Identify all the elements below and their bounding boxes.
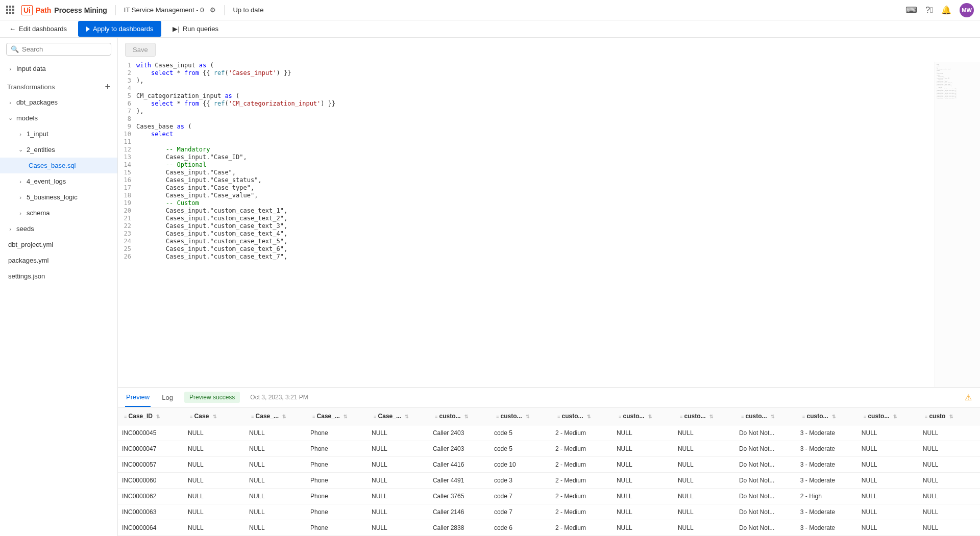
tree-cases-base-sql[interactable]: Cases_base.sql [0,158,117,173]
play-icon [86,27,90,32]
column-header[interactable]: ≡ Case_... ⇅ [245,407,306,425]
chevron-right-icon: › [18,194,22,200]
tree-dbt-project-yml[interactable]: dbt_project.yml [0,237,117,252]
table-cell: NULL [919,520,980,536]
product-name: Process Mining [54,6,107,14]
table-cell: Caller 2146 [429,504,490,520]
table-cell: NULL [368,441,429,457]
table-cell: INC0000045 [118,425,184,441]
table-row[interactable]: INC0000045NULLNULLPhoneNULLCaller 2403co… [118,425,980,441]
tab-log[interactable]: Log [161,389,174,406]
column-header[interactable]: ≡ custo... ⇅ [490,407,551,425]
table-cell: NULL [674,473,735,489]
tree-packages-yml[interactable]: packages.yml [0,252,117,268]
table-cell: 3 - Moderate [796,473,857,489]
logo: Ui Path Process Mining [21,5,107,15]
tree-models[interactable]: ⌄models [0,110,117,126]
column-header[interactable]: ≡ custo... ⇅ [735,407,796,425]
sidebar-item-input-data[interactable]: ›Input data [0,61,117,76]
table-cell: Caller 2403 [429,441,490,457]
table-cell: code 6 [490,520,551,536]
table-cell: NULL [368,425,429,441]
tree-5-business-logic[interactable]: ›5_business_logic [0,189,117,205]
column-header[interactable]: ≡ custo... ⇅ [674,407,735,425]
tab-preview[interactable]: Preview [125,388,151,407]
table-row[interactable]: INC0000057NULLNULLPhoneNULLCaller 4416co… [118,457,980,473]
edit-dashboards-button[interactable]: ← Edit dashboards [4,22,72,36]
table-row[interactable]: INC0000062NULLNULLPhoneNULLCaller 3765co… [118,489,980,504]
table-cell: code 7 [490,504,551,520]
column-header[interactable]: ≡ Case_ID ⇅ [118,407,184,425]
table-cell: NULL [857,457,919,473]
table-cell: Phone [306,520,368,536]
tree-seeds[interactable]: ›seeds [0,221,117,237]
table-cell: 3 - Moderate [796,425,857,441]
help-icon[interactable]: ?⃝ [925,6,933,15]
tree-dbt-packages[interactable]: ›dbt_packages [0,94,117,110]
table-cell: NULL [674,441,735,457]
column-header[interactable]: ≡ Case ⇅ [184,407,245,425]
table-cell: 3 - Moderate [796,457,857,473]
table-row[interactable]: INC0000060NULLNULLPhoneNULLCaller 4491co… [118,473,980,489]
table-cell: code 10 [490,457,551,473]
table-cell: code 3 [490,473,551,489]
table-cell: 2 - Medium [551,489,612,504]
table-cell: NULL [368,457,429,473]
run-label: Run queries [183,25,218,33]
table-cell: 2 - Medium [551,441,612,457]
apply-to-dashboards-button[interactable]: Apply to dashboards [78,21,162,37]
tree-label: dbt_packages [16,98,58,106]
transformations-header: Transformations + [0,76,117,94]
table-cell: NULL [184,520,245,536]
save-button[interactable]: Save [125,43,156,57]
minimap[interactable]: with select),CM_categorization_input sel… [934,62,980,387]
table-cell: Do Not Not... [735,457,796,473]
table-cell: NULL [612,457,674,473]
tree-label: packages.yml [8,257,48,264]
table-cell: Do Not Not... [735,520,796,536]
tree-settings-json[interactable]: settings.json [0,268,117,284]
table-cell: NULL [612,489,674,504]
table-cell: 2 - Medium [551,473,612,489]
column-header[interactable]: ≡ custo... ⇅ [796,407,857,425]
code-area[interactable]: with Cases_input as ( select * from {{ r… [136,62,934,387]
table-row[interactable]: INC0000063NULLNULLPhoneNULLCaller 2146co… [118,504,980,520]
tree-4-event-logs[interactable]: ›4_event_logs [0,173,117,189]
tree-1-input[interactable]: ›1_input [0,126,117,142]
column-header[interactable]: ≡ custo... ⇅ [551,407,612,425]
chevron-down-icon: ⌄ [8,115,12,121]
table-cell: NULL [184,489,245,504]
gear-icon[interactable]: ⚙ [210,6,216,14]
bell-icon[interactable]: 🔔 [941,5,951,15]
table-cell: code 7 [490,489,551,504]
keyboard-icon[interactable]: ⌨ [905,5,917,15]
column-header[interactable]: ≡ custo ⇅ [919,407,980,425]
chevron-right-icon: › [18,210,22,216]
tree-2-entities[interactable]: ⌄2_entities [0,142,117,158]
table-cell: NULL [368,520,429,536]
column-header[interactable]: ≡ Case_... ⇅ [368,407,429,425]
apps-icon[interactable] [6,6,15,15]
table-cell: INC0000063 [118,504,184,520]
table-cell: 3 - Moderate [796,504,857,520]
preview-timestamp: Oct 3, 2023, 3:21 PM [250,394,308,401]
code-editor[interactable]: 1234567891011121314151617181920212223242… [118,62,934,387]
run-queries-button[interactable]: ▶| Run queries [167,22,224,36]
table-cell: code 5 [490,441,551,457]
table-row[interactable]: INC0000064NULLNULLPhoneNULLCaller 2838co… [118,520,980,536]
avatar[interactable]: MW [960,3,974,17]
preview-table-wrap[interactable]: ≡ Case_ID ⇅≡ Case ⇅≡ Case_... ⇅≡ Case_..… [118,407,980,536]
table-cell: Caller 4416 [429,457,490,473]
search-input[interactable] [22,45,108,53]
column-header[interactable]: ≡ Case_... ⇅ [306,407,368,425]
add-icon[interactable]: + [105,82,110,92]
column-header[interactable]: ≡ custo... ⇅ [612,407,674,425]
table-row[interactable]: INC0000047NULLNULLPhoneNULLCaller 2403co… [118,441,980,457]
column-header[interactable]: ≡ custo... ⇅ [429,407,490,425]
table-cell: Phone [306,473,368,489]
table-cell: NULL [245,457,306,473]
column-header[interactable]: ≡ custo... ⇅ [857,407,919,425]
warning-icon[interactable]: ⚠ [965,393,972,402]
tree-schema[interactable]: ›schema [0,205,117,221]
search-input-wrap[interactable]: 🔍 [6,43,111,56]
